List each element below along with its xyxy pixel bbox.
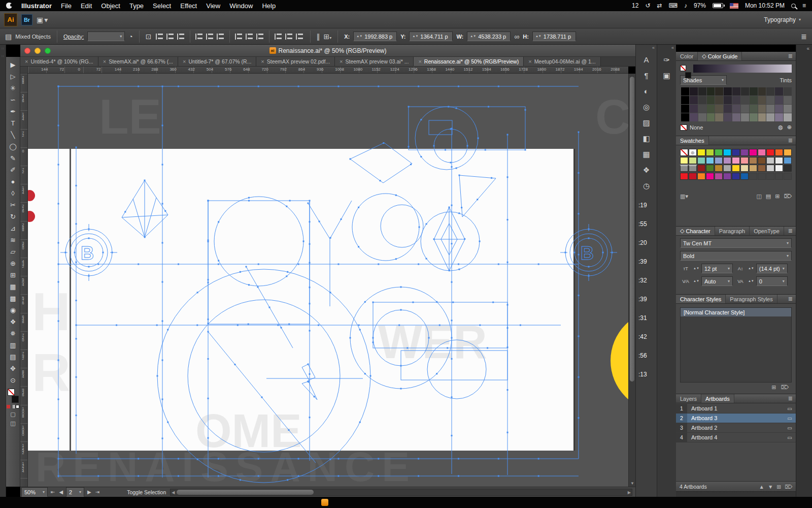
move-artboard-up-icon[interactable]: ▲ bbox=[759, 484, 764, 490]
gradient-panel-icon[interactable]: ◐ bbox=[636, 83, 657, 99]
shade-swatch[interactable] bbox=[715, 113, 723, 121]
shade-swatch[interactable] bbox=[741, 96, 749, 104]
dock-app-icon[interactable] bbox=[321, 499, 328, 506]
shade-swatch[interactable] bbox=[758, 96, 766, 104]
transform-grid-icon[interactable]: ⊡ bbox=[146, 33, 152, 41]
color-swatch[interactable] bbox=[697, 157, 705, 164]
next-artboard-button[interactable]: ▶ bbox=[86, 489, 92, 495]
menubar-clock[interactable]: Mon 10:52 PM bbox=[745, 2, 785, 9]
shade-swatch[interactable] bbox=[732, 105, 740, 113]
fill-stroke-widget[interactable] bbox=[7, 388, 19, 403]
shade-swatch[interactable] bbox=[681, 96, 689, 104]
limit-colors-icon[interactable]: ◍ bbox=[778, 124, 783, 131]
menu-edit[interactable]: Edit bbox=[81, 2, 92, 10]
shade-swatch[interactable] bbox=[681, 113, 689, 121]
blob-brush-tool[interactable]: ● bbox=[7, 176, 19, 187]
shade-swatch[interactable] bbox=[690, 87, 698, 96]
shade-swatch[interactable] bbox=[775, 96, 783, 104]
color-swatch[interactable] bbox=[740, 149, 749, 156]
distribute-top-icon[interactable] bbox=[274, 33, 283, 40]
shade-swatch[interactable] bbox=[698, 87, 706, 96]
vertical-scrollbar-thumb[interactable] bbox=[630, 77, 634, 382]
delete-swatch-icon[interactable]: ⌦ bbox=[784, 193, 792, 200]
transform-panel-icon[interactable]: ◷ bbox=[636, 178, 657, 194]
swatch-kinds-icon[interactable]: ▥▾ bbox=[680, 193, 688, 200]
y-field[interactable]: ▲▼1364.711 p bbox=[409, 31, 453, 41]
menu-file[interactable]: File bbox=[61, 2, 72, 10]
gradient-tool[interactable]: ▩ bbox=[7, 293, 19, 304]
tab-character[interactable]: ◇Character bbox=[676, 227, 715, 235]
color-swatch[interactable] bbox=[766, 157, 774, 164]
color-swatch[interactable] bbox=[758, 165, 766, 172]
tab-paragraph[interactable]: Paragraph bbox=[715, 227, 750, 235]
tab-artboards[interactable]: Artboards bbox=[701, 394, 734, 403]
artboard-tool[interactable]: ▤ bbox=[7, 351, 19, 363]
stroke-swatch[interactable] bbox=[12, 396, 19, 403]
collapse-panels-icon[interactable]: « bbox=[806, 46, 809, 51]
zoom-tool[interactable]: ⊙ bbox=[7, 374, 19, 386]
shade-swatch[interactable] bbox=[766, 96, 774, 104]
artboards-panel-menu-icon[interactable]: ≣ bbox=[785, 394, 796, 403]
spotlight-icon[interactable] bbox=[791, 4, 796, 8]
tab-character-styles[interactable]: Character Styles bbox=[676, 295, 726, 303]
menu-object[interactable]: Object bbox=[101, 2, 120, 10]
kerning-stepper[interactable]: ▲▼ bbox=[693, 280, 699, 282]
document-tab[interactable]: ×Untitled-4* @ 100% (RG... bbox=[20, 57, 98, 66]
volume-icon[interactable]: ♪ bbox=[684, 2, 687, 9]
shade-swatch[interactable] bbox=[690, 105, 698, 113]
menu-select[interactable]: Select bbox=[153, 2, 171, 10]
x-field[interactable]: ▲▼1992.883 p bbox=[353, 31, 397, 41]
tab-layers[interactable]: Layers bbox=[676, 394, 701, 403]
color-swatch[interactable] bbox=[697, 165, 705, 172]
shade-swatch[interactable] bbox=[698, 96, 706, 104]
artboard-nav-select[interactable]: 2▾ bbox=[66, 487, 84, 497]
shade-swatch[interactable] bbox=[724, 96, 732, 104]
distribute-middle-icon[interactable] bbox=[285, 33, 293, 40]
shade-swatch[interactable] bbox=[698, 105, 706, 113]
symbol-sprayer-tool[interactable]: ✵ bbox=[7, 328, 19, 339]
graphic-styles-panel-icon[interactable]: ▦ bbox=[636, 146, 657, 162]
blend-tool[interactable]: ❖ bbox=[7, 316, 19, 328]
align-vertical-center-icon[interactable] bbox=[206, 33, 214, 40]
styles-panel-menu-icon[interactable]: ≣ bbox=[785, 295, 796, 303]
shade-swatch[interactable] bbox=[750, 87, 758, 96]
color-swatch[interactable] bbox=[749, 165, 757, 172]
tracking-select[interactable]: 0▾ bbox=[756, 276, 788, 286]
selection-tool[interactable]: ▶ bbox=[7, 59, 19, 71]
shade-swatch[interactable] bbox=[758, 87, 766, 96]
document-tab[interactable]: ×Meetup04-06Mei.ai @ 1... bbox=[524, 57, 600, 66]
shade-swatch[interactable] bbox=[707, 87, 715, 96]
shade-swatch[interactable] bbox=[750, 105, 758, 113]
eyedropper-tool[interactable]: ◉ bbox=[7, 304, 19, 316]
menu-effect[interactable]: Effect bbox=[180, 2, 197, 10]
draw-mode-icon[interactable]: ▢ bbox=[10, 411, 15, 418]
perspective-grid-tool[interactable]: ⊞ bbox=[7, 269, 19, 281]
color-swatch[interactable] bbox=[706, 165, 714, 172]
paragraph-panel-icon[interactable]: ¶ bbox=[636, 68, 657, 83]
shade-swatch[interactable] bbox=[707, 96, 715, 104]
new-swatch-icon[interactable]: ⊞ bbox=[775, 193, 780, 200]
color-swatch[interactable] bbox=[689, 157, 697, 164]
close-window-button[interactable] bbox=[24, 48, 30, 54]
align-horizontal-left-icon[interactable] bbox=[155, 33, 164, 40]
last-artboard-button[interactable]: ⇥ bbox=[94, 489, 100, 495]
shade-swatch[interactable] bbox=[690, 113, 698, 121]
mesh-tool[interactable]: ▦ bbox=[7, 281, 19, 293]
artboard-row[interactable]: 2Artboard 3▭ bbox=[676, 414, 796, 423]
align-horizontal-center-icon[interactable] bbox=[166, 33, 175, 40]
canvas[interactable]: LE CE H R OME WER RENAISSANCE bbox=[28, 74, 628, 487]
shade-swatch[interactable] bbox=[784, 105, 792, 113]
color-swatch[interactable] bbox=[723, 157, 731, 164]
tab-swatches[interactable]: Swatches bbox=[676, 136, 709, 145]
shade-swatch[interactable] bbox=[766, 113, 774, 121]
shade-swatch[interactable] bbox=[766, 87, 774, 96]
shade-swatch[interactable] bbox=[715, 105, 723, 113]
color-swatch[interactable] bbox=[775, 149, 783, 156]
menu-window[interactable]: Window bbox=[229, 2, 253, 10]
rotate-tool[interactable]: ↻ bbox=[7, 211, 19, 223]
tab-close-icon[interactable]: × bbox=[340, 58, 343, 65]
distribute-center-icon[interactable] bbox=[245, 33, 254, 40]
symbols-panel-icon[interactable]: ❖ bbox=[636, 162, 657, 178]
keyboard-icon[interactable]: ⌨ bbox=[669, 2, 678, 9]
collapse-dock-icon[interactable]: « bbox=[636, 45, 657, 52]
